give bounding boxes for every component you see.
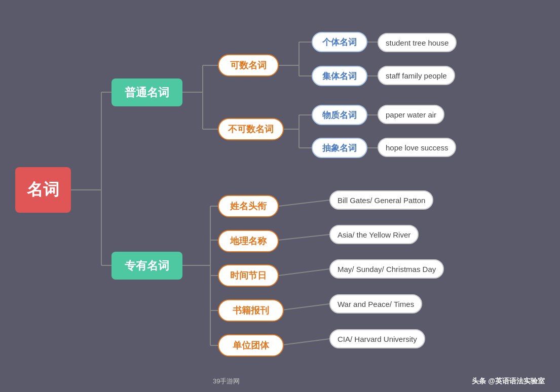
keshuo-label: 可数名词 xyxy=(230,59,267,71)
shujibaokan-node: 书籍报刊 xyxy=(218,299,284,322)
chouxiang-label: 抽象名词 xyxy=(322,142,357,154)
example-asia: Asia/ the Yellow River xyxy=(329,225,419,244)
example-staff: staff family people xyxy=(378,66,455,85)
geti-node: 个体名词 xyxy=(312,32,367,52)
main-node: 名词 xyxy=(15,167,71,213)
svg-line-28 xyxy=(279,234,329,240)
zhuanyou-node: 专有名词 xyxy=(111,252,182,280)
jiti-label: 集体名词 xyxy=(322,70,357,82)
example-paper: paper water air xyxy=(378,105,444,124)
geti-label: 个体名词 xyxy=(322,36,357,48)
main-label: 名词 xyxy=(27,179,59,201)
chouxiang-node: 抽象名词 xyxy=(312,138,367,158)
keshuo-node: 可数名词 xyxy=(218,54,279,76)
svg-line-29 xyxy=(279,269,329,276)
dili-label: 地理名称 xyxy=(230,235,267,247)
example-war: War and Peace/ Times xyxy=(329,294,422,313)
xingming-node: 姓名头衔 xyxy=(218,195,279,217)
svg-line-27 xyxy=(279,200,329,206)
zhuanyou-label: 专有名词 xyxy=(125,258,169,273)
example-may: May/ Sunday/ Christmas Day xyxy=(329,259,444,279)
danwei-label: 单位团体 xyxy=(233,339,269,351)
bukeshuo-label: 不可数名词 xyxy=(228,123,274,135)
wuzhi-node: 物质名词 xyxy=(312,105,367,125)
shijian-label: 时间节日 xyxy=(230,269,267,282)
svg-line-30 xyxy=(279,304,329,310)
wuzhi-label: 物质名词 xyxy=(322,109,357,121)
bukeshuo-node: 不可数名词 xyxy=(218,118,284,140)
svg-line-31 xyxy=(279,339,329,345)
example-bill: Bill Gates/ General Patton xyxy=(329,190,433,210)
example-hope: hope love success xyxy=(378,138,456,157)
shujibaokan-label: 书籍报刊 xyxy=(233,304,269,317)
dili-node: 地理名称 xyxy=(218,230,279,252)
jiti-node: 集体名词 xyxy=(312,66,367,86)
shijian-node: 时间节日 xyxy=(218,264,279,287)
putong-label: 普通名词 xyxy=(125,85,169,100)
example-student: student tree house xyxy=(378,33,457,52)
credit-footer: 头条 @英语语法实验室 xyxy=(472,377,545,386)
danwei-node: 单位团体 xyxy=(218,334,284,357)
xingming-label: 姓名头衔 xyxy=(230,200,267,212)
site-footer: 39手游网 xyxy=(213,377,240,386)
putong-node: 普通名词 xyxy=(111,79,182,106)
example-cia: CIA/ Harvard University xyxy=(329,329,425,348)
